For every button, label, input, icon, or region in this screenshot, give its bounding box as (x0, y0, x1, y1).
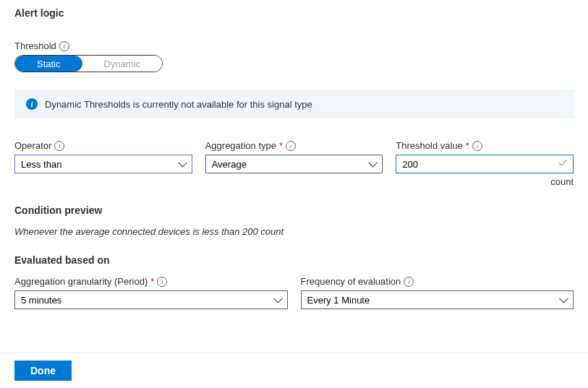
info-icon[interactable]: i (472, 141, 482, 151)
threshold-static-button[interactable]: Static (15, 56, 82, 72)
frequency-select[interactable]: Every 1 Minute (301, 290, 574, 309)
threshold-value-input[interactable] (396, 155, 574, 173)
info-icon: i (26, 98, 38, 110)
threshold-label-text: Threshold (14, 40, 56, 51)
info-banner-text: Dynamic Thresholds is currently not avai… (45, 99, 312, 110)
required-indicator: * (466, 140, 469, 151)
aggregation-type-label: Aggregation type * i (205, 140, 383, 151)
condition-preview-heading: Condition preview (14, 204, 574, 216)
required-indicator: * (150, 276, 154, 287)
threshold-toggle: Static Dynamic (14, 55, 163, 72)
done-button[interactable]: Done (14, 361, 72, 381)
threshold-value-label-text: Threshold value (396, 140, 463, 151)
operator-label-text: Operator (14, 140, 51, 151)
threshold-dynamic-button[interactable]: Dynamic (82, 56, 163, 72)
aggregation-type-select[interactable]: Average (205, 155, 383, 173)
info-icon[interactable]: i (54, 141, 64, 151)
info-icon[interactable]: i (157, 277, 167, 287)
operator-select[interactable]: Less than (14, 155, 192, 173)
threshold-value-unit: count (396, 176, 574, 187)
info-icon[interactable]: i (59, 41, 69, 51)
threshold-value-label: Threshold value * i (396, 140, 574, 151)
info-banner: i Dynamic Thresholds is currently not av… (14, 90, 574, 118)
evaluated-heading: Evaluated based on (14, 254, 574, 266)
threshold-label: Threshold i (14, 40, 574, 51)
condition-preview-text: Whenever the average connected devices i… (14, 226, 574, 237)
info-icon[interactable]: i (286, 141, 296, 151)
granularity-select[interactable]: 5 minutes (14, 290, 288, 309)
granularity-label-text: Aggregation granularity (Period) (14, 276, 148, 287)
required-indicator: * (279, 140, 283, 151)
footer: Done (0, 353, 588, 388)
info-icon[interactable]: i (404, 277, 414, 287)
aggregation-type-label-text: Aggregation type (205, 140, 276, 151)
frequency-label-text: Frequency of evaluation (301, 276, 401, 287)
page-title: Alert logic (14, 7, 574, 19)
operator-label: Operator i (14, 140, 192, 151)
frequency-label: Frequency of evaluation i (301, 276, 574, 287)
granularity-label: Aggregation granularity (Period) * i (14, 276, 288, 287)
